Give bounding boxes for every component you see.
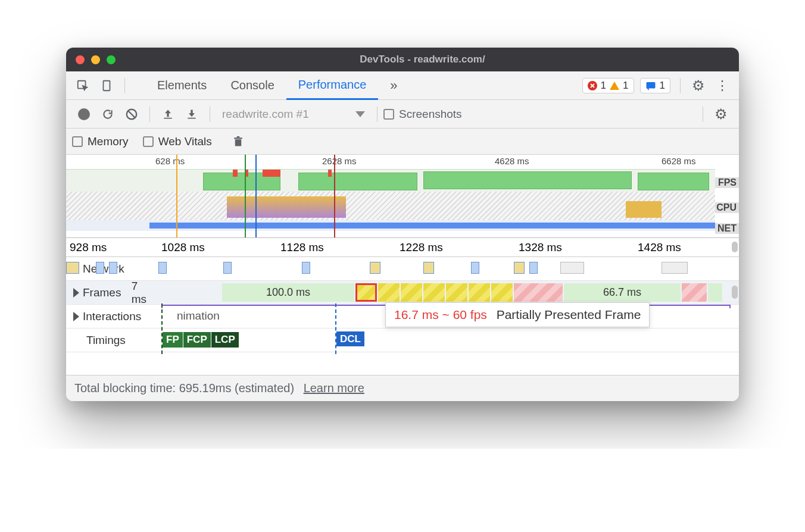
net-request[interactable] (529, 262, 538, 274)
fps-bar (423, 171, 632, 189)
more-tabs-icon[interactable]: » (378, 71, 409, 100)
close-window-button[interactable] (76, 55, 85, 64)
upload-icon[interactable] (158, 105, 177, 124)
net-request[interactable] (370, 262, 380, 274)
tooltip-time: 16.7 ms ~ 60 fps (394, 308, 487, 321)
marker-line (176, 155, 177, 237)
frame-duration: 66.7 ms (603, 286, 641, 299)
frames-lane[interactable]: Frames 7 ms 100.0 ms 66.7 ms (66, 281, 739, 305)
cpu-activity (626, 201, 662, 218)
scrollbar-thumb[interactable] (732, 286, 738, 299)
fps-bar (298, 173, 417, 190)
error-count: 1 (601, 80, 606, 92)
net-request[interactable] (560, 262, 584, 274)
net-request[interactable] (471, 262, 479, 274)
window-title: DevTools - readwrite.com/ (360, 54, 485, 65)
memory-label: Memory (88, 135, 129, 148)
memory-checkbox[interactable] (72, 136, 83, 147)
cpu-label: CPU (715, 202, 739, 213)
marker-line (255, 155, 257, 237)
minimize-window-button[interactable] (91, 55, 100, 64)
ruler-tick: 1028 ms (161, 241, 205, 254)
dcl-badge[interactable]: DCL (336, 331, 364, 346)
ruler-tick: 1228 ms (400, 241, 443, 254)
timing-marker (335, 303, 336, 354)
scrollbar-thumb[interactable] (732, 242, 738, 252)
svg-rect-10 (234, 137, 242, 139)
net-request[interactable] (662, 262, 688, 274)
frame-segment[interactable] (491, 283, 513, 302)
frame-segment[interactable]: 66.7 ms (564, 283, 681, 302)
ruler-tick: 1328 ms (519, 241, 562, 254)
reload-icon[interactable] (98, 105, 117, 124)
settings-icon[interactable]: ⚙ (689, 76, 708, 95)
cpu-band (66, 192, 715, 220)
net-request[interactable] (423, 262, 434, 274)
fps-drop (263, 170, 280, 177)
more-menu-icon[interactable]: ⋮ (713, 76, 732, 95)
marker-line (245, 155, 246, 237)
frame-segment[interactable] (682, 283, 707, 302)
tab-performance[interactable]: Performance (286, 71, 379, 100)
frame-duration: 100.0 ms (266, 286, 310, 299)
net-request[interactable] (158, 262, 167, 274)
frame-segment[interactable] (423, 283, 445, 302)
frame-segment[interactable]: 100.0 ms (222, 283, 354, 302)
capture-settings-icon[interactable]: ⚙ (712, 105, 731, 124)
learn-more-link[interactable]: Learn more (304, 381, 364, 395)
frame-segment[interactable] (469, 283, 490, 302)
frame-segment[interactable] (446, 283, 467, 302)
fp-badge[interactable]: FP (163, 332, 183, 348)
svg-rect-11 (237, 136, 240, 137)
performance-toolbar: readwrite.com #1 Screenshots ⚙ (66, 100, 739, 129)
error-warning-badge[interactable]: 1 1 (582, 78, 634, 93)
timings-lane[interactable]: Timings FP FCP LCP DCL (66, 328, 739, 352)
trash-icon[interactable] (229, 132, 248, 151)
ruler-tick: 1428 ms (638, 241, 681, 254)
net-request[interactable] (514, 262, 525, 274)
clear-icon[interactable] (122, 105, 141, 124)
net-request[interactable] (66, 262, 79, 274)
chevron-down-icon (355, 111, 365, 117)
lcp-badge[interactable]: LCP (211, 332, 239, 348)
maximize-window-button[interactable] (107, 55, 116, 64)
web-vitals-checkbox[interactable] (143, 136, 154, 147)
detail-ruler[interactable]: 928 ms 1028 ms 1128 ms 1228 ms 1328 ms 1… (66, 238, 739, 257)
frame-segment[interactable] (401, 283, 422, 302)
issue-icon (645, 81, 656, 90)
fcp-badge[interactable]: FCP (183, 332, 211, 348)
net-request[interactable] (223, 262, 232, 274)
recording-name: readwrite.com #1 (222, 108, 309, 121)
download-icon[interactable] (182, 105, 201, 124)
warning-icon (610, 82, 619, 90)
overview-tick: 6628 ms (662, 156, 696, 166)
frame-segment[interactable] (378, 283, 400, 302)
screenshots-checkbox[interactable] (383, 109, 394, 120)
options-toolbar: Memory Web Vitals (66, 129, 739, 155)
frame-segment[interactable] (514, 283, 563, 302)
svg-rect-1 (104, 80, 110, 90)
tbt-text: Total blocking time: 695.19ms (estimated… (74, 381, 294, 395)
frame-segment[interactable] (708, 283, 722, 302)
web-vitals-label: Web Vitals (158, 135, 212, 148)
inspect-icon[interactable] (73, 76, 92, 95)
net-request[interactable] (302, 262, 310, 274)
net-label: NET (715, 223, 739, 234)
net-fill (149, 223, 715, 229)
tab-console[interactable]: Console (219, 71, 286, 100)
timeline-overview[interactable]: 628 ms 2628 ms 4628 ms 6628 ms FPS CPU N… (66, 155, 739, 238)
svg-line-6 (129, 111, 135, 117)
issues-badge[interactable]: 1 (640, 78, 670, 93)
tab-elements[interactable]: Elements (145, 71, 219, 100)
device-toggle-icon[interactable] (97, 76, 116, 95)
recording-selector[interactable]: readwrite.com #1 (216, 108, 371, 121)
net-request[interactable] (109, 262, 117, 274)
main-toolbar: Elements Console Performance » 1 1 1 ⚙ ⋮ (66, 71, 739, 100)
warning-count: 1 (623, 80, 628, 92)
fps-drop (328, 170, 332, 177)
network-lane[interactable]: Network (66, 257, 739, 281)
record-button[interactable] (78, 108, 90, 120)
frame-segment-selected[interactable] (355, 283, 377, 302)
frame-tooltip: 16.7 ms ~ 60 fps Partially Presented Fra… (385, 302, 650, 327)
net-request[interactable] (96, 262, 104, 274)
